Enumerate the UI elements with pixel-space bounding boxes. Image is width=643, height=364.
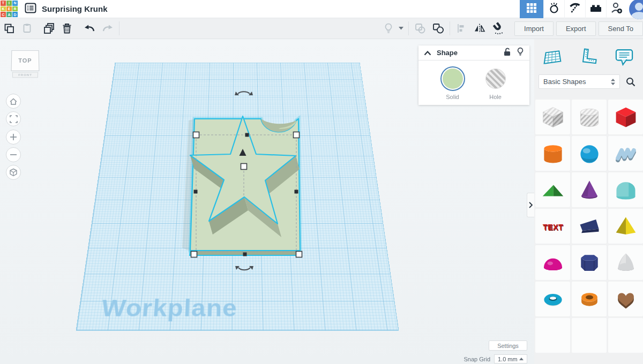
delete-button[interactable] [58,20,76,36]
lock-icon[interactable] [503,47,511,58]
toolbar: Import Export Send To [0,18,643,39]
shape-tile-scribble[interactable] [608,136,643,171]
logo-tile-D: D [12,12,18,17]
shape-tile-round-roof[interactable] [608,172,643,207]
design-canvas[interactable]: Workplane [0,39,534,364]
workplane-icon [542,49,563,66]
header-view-switcher [520,0,643,18]
shape-tile-partial[interactable] [535,318,570,353]
snap-grid-label: Snap Grid [463,356,490,362]
logo-tile-T: T [1,1,6,6]
redo-button[interactable] [99,20,117,36]
shape-grid: TEXTTEXT [535,100,643,364]
brick-icon [589,3,602,16]
notes-helper-button[interactable] [606,43,642,71]
category-select[interactable]: Basic Shapes [539,74,620,89]
shape-tile-paraboloid[interactable] [608,245,643,280]
header: TINKERCAD Surprising Krunk [0,0,643,18]
logo-tile-C: C [1,12,6,17]
inspector-title: Shape [437,49,458,57]
shape-tile-roof[interactable] [535,172,570,207]
export-button[interactable]: Export [556,21,596,36]
shape-tile-cone[interactable] [572,172,607,207]
snap-grid-select[interactable]: 1.0 mm [494,354,527,363]
tinkercad-logo[interactable]: TINKERCAD [0,0,18,18]
user-avatar[interactable] [629,0,643,19]
view-cube-top-face[interactable]: TOP [11,50,40,71]
design-properties-icon [25,3,36,16]
duplicate-button[interactable] [40,20,58,36]
ungroup-button[interactable] [429,20,447,36]
mirror-button[interactable] [470,20,489,36]
svg-text:TEXT: TEXT [543,223,563,231]
shape-tile-text[interactable]: TEXTTEXT [535,209,570,244]
group-button[interactable] [411,20,429,36]
collapse-chevron-icon[interactable] [424,48,431,58]
category-row: Basic Shapes [534,71,643,89]
add-collaborator-button[interactable] [606,0,627,18]
design-menu-button[interactable] [24,2,38,16]
hole-mode-button[interactable]: Hole [483,66,508,100]
ruler-helper-button[interactable] [570,43,606,71]
category-value: Basic Shapes [543,78,586,86]
dropdown-up-icon [519,358,524,360]
show-all-button[interactable] [382,20,395,36]
bricks-export-button[interactable] [585,0,606,18]
search-icon [625,77,636,87]
zoom-out-button[interactable] [6,147,21,162]
logo-tile-K: K [1,6,6,12]
paste-button[interactable] [18,20,36,36]
workplane-helper-button[interactable] [534,43,570,71]
shape-tile-heart[interactable] [608,282,643,316]
solid-swatch [443,69,463,89]
ruler-icon [578,48,599,66]
helper-icons-row [534,39,643,71]
copy-button[interactable] [0,20,18,36]
visibility-bulb-icon[interactable] [517,47,524,58]
shape-tile-partial[interactable] [608,318,643,353]
show-all-dropdown[interactable] [395,20,406,36]
shape-tile-polygon[interactable] [572,245,607,280]
minecraft-export-button[interactable] [564,0,585,18]
search-button[interactable] [624,74,638,89]
shape-tile-box-hole[interactable] [535,100,570,134]
snap-magnet-button[interactable] [489,20,507,36]
view-cube-front-face[interactable]: FRONT [12,72,38,78]
shape-tile-pyramid[interactable] [608,209,643,244]
shape-tile-cylinder[interactable] [535,136,570,171]
select-arrows-icon [611,79,615,85]
sim-lab-button[interactable] [543,0,564,18]
toolbar-divider [119,21,119,35]
import-button[interactable]: Import [514,21,554,36]
document-title: Surprising Krunk [42,4,108,13]
logo-tile-A: A [6,12,12,17]
shape-tile-sphere[interactable] [572,136,607,171]
shape-tile-wedge[interactable] [572,209,607,244]
settings-button[interactable]: Settings [489,340,527,351]
shape-tile-partial[interactable] [572,318,607,353]
shape-tile-cylinder-hole[interactable] [572,100,607,134]
view-3d-button[interactable] [520,0,543,18]
shape-tile-box[interactable] [608,100,643,134]
shape-tile-torus[interactable] [535,282,570,316]
toolbar-divider [450,21,450,35]
solid-mode-button[interactable]: Solid [440,66,465,100]
hole-label: Hole [489,94,502,100]
fit-view-button[interactable] [6,111,21,126]
snap-grid-control: Snap Grid 1.0 mm [463,354,527,363]
zoom-in-button[interactable] [6,130,21,145]
align-button[interactable] [452,20,470,36]
avatar-body [631,12,643,19]
undo-button[interactable] [80,20,99,36]
send-to-button[interactable]: Send To [599,21,643,36]
view-cube[interactable]: TOP FRONT [9,49,42,82]
panel-collapse-button[interactable] [527,193,534,217]
toolbar-divider [408,21,409,35]
hole-swatch [485,69,506,89]
inspector-header: Shape [418,46,529,60]
perspective-toggle-button[interactable] [6,165,21,180]
shape-tile-tube[interactable] [572,282,607,316]
snap-grid-value: 1.0 mm [498,356,518,362]
home-view-button[interactable] [6,94,21,109]
shape-tile-half-sphere[interactable] [535,245,570,280]
